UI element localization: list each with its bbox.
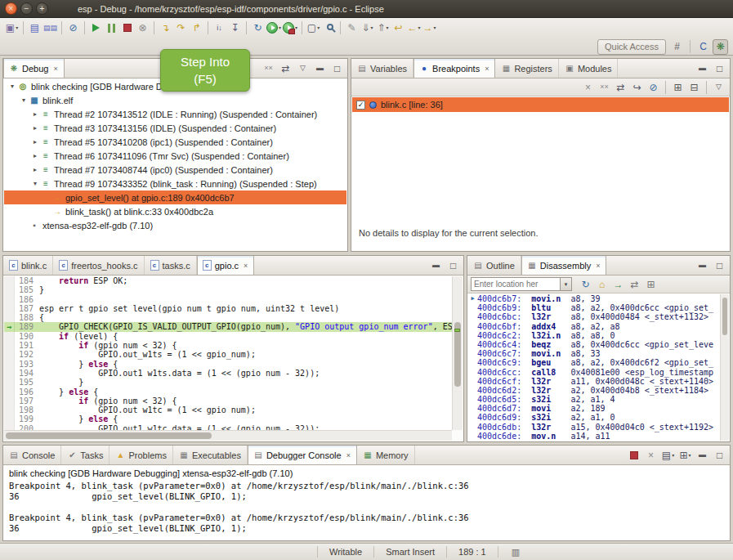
tab-blink-c[interactable]: cblink.c xyxy=(3,256,53,275)
view-menu-icon[interactable]: ▽ xyxy=(295,60,311,76)
tab-console[interactable]: ▤Console xyxy=(3,446,61,464)
tree-expander-icon[interactable]: ▸ xyxy=(30,138,40,146)
tab-debugger-console[interactable]: ▤Debugger Console× xyxy=(248,446,357,464)
tab-modules[interactable]: ▣Modules xyxy=(559,59,619,78)
close-button[interactable]: × xyxy=(5,2,17,15)
debug-tree-item[interactable]: ▪xtensa-esp32-elf-gdb (7.10) xyxy=(4,218,346,232)
editor-vscrollbar[interactable] xyxy=(452,276,463,430)
line-number[interactable]: 191 xyxy=(15,341,39,350)
new-file-icon[interactable]: ▢▾ xyxy=(306,20,321,36)
disassembly-line[interactable]: 400dc6bc: l32r a8, 0x400d0484 <_stext+11… xyxy=(468,312,720,321)
minimize-icon[interactable]: ▬ xyxy=(695,60,710,76)
location-input[interactable] xyxy=(471,277,561,291)
editor-code[interactable]: 184 return ESP_OK;185}186187esp_err_t gp… xyxy=(4,276,452,430)
view-menu-icon[interactable]: ▽ xyxy=(711,79,726,95)
link-source-icon[interactable]: ⇄ xyxy=(627,276,642,292)
tree-expander-icon[interactable]: ▸ xyxy=(30,152,40,159)
remove-all-terminated-icon[interactable]: ×× xyxy=(261,60,276,76)
disassembly-line[interactable]: 400dc6d9: s32i a2, a1, 0 xyxy=(468,413,720,422)
tab-variables[interactable]: ▤Variables xyxy=(351,59,413,78)
tab-freertos-hooks-c[interactable]: cfreertos_hooks.c xyxy=(53,256,144,275)
editor-vscrollbar-thumb[interactable] xyxy=(454,322,461,387)
line-number[interactable]: 192 xyxy=(15,350,39,359)
maximize-icon[interactable]: □ xyxy=(712,60,727,76)
tree-expander-icon[interactable]: ▾ xyxy=(30,180,40,187)
run-icon[interactable]: ▾ xyxy=(266,20,282,36)
disassembly-line[interactable]: 400dc6d5: s32i a2, a1, 4 xyxy=(468,395,720,404)
tree-expander-icon[interactable]: ▸ xyxy=(30,124,40,132)
tab-memory[interactable]: ▦Memory xyxy=(357,446,415,464)
tab-debug[interactable]: ❋Debug× xyxy=(3,59,65,78)
goto-file-icon[interactable]: ↪ xyxy=(629,79,645,95)
resume-icon[interactable] xyxy=(88,20,104,36)
terminate-icon[interactable] xyxy=(626,447,641,463)
save-all-icon[interactable]: ▤▤ xyxy=(42,20,58,36)
suspend-icon[interactable] xyxy=(104,20,119,36)
line-number[interactable]: 200 xyxy=(15,424,39,430)
minimize-button[interactable]: − xyxy=(20,2,33,15)
display-console-icon[interactable]: ▤▾ xyxy=(660,447,676,463)
debug-tree-item[interactable]: ▾▦blink.elf xyxy=(4,93,346,107)
line-number[interactable]: 199 xyxy=(15,414,39,423)
collapse-all-icon[interactable]: ⊟ xyxy=(686,79,702,95)
skip-all-breakpoints-icon[interactable]: ⊘ xyxy=(65,20,81,36)
close-tab-icon[interactable]: × xyxy=(244,262,248,270)
line-number[interactable]: 186 xyxy=(15,295,39,304)
disassembly-vscrollbar[interactable] xyxy=(720,294,729,441)
debug-tree-item[interactable]: ▸≡Thread #6 1073411096 (Tmr Svc) (Suspen… xyxy=(4,149,346,163)
disassembly-line[interactable]: 400dc6db: l32r a15, 0x400d04c0 <_stext+1… xyxy=(468,423,720,432)
maximize-icon[interactable]: □ xyxy=(712,447,727,463)
show-breakpoints-for-icon[interactable]: ⇄ xyxy=(613,79,628,95)
debug-tree-item[interactable]: ▸≡Thread #5 1073410208 (ipc1) (Suspended… xyxy=(4,135,346,149)
step-return-icon[interactable]: ↱ xyxy=(189,20,204,36)
minimize-icon[interactable]: ▬ xyxy=(428,258,444,273)
tree-expander-icon[interactable]: ▾ xyxy=(19,96,29,104)
tab-outline[interactable]: ▤Outline xyxy=(467,256,521,275)
step-into-icon[interactable]: ↴ xyxy=(158,20,173,36)
breakpoint-item[interactable]: ✓blink.c [line: 36] xyxy=(352,97,729,112)
close-tab-icon[interactable]: × xyxy=(346,451,351,459)
debug-tree-item[interactable]: ▸≡Thread #7 1073408744 (ipc0) (Suspended… xyxy=(4,163,346,177)
minimize-icon[interactable]: ▬ xyxy=(695,447,710,463)
close-tab-icon[interactable]: × xyxy=(596,262,600,270)
disassembly-line[interactable]: 400dc6c2: l32i.n a8, a8, 0 xyxy=(468,331,720,340)
disassembly-line[interactable]: 400dc6b9: bltu a8, a2, 0x400dc6cc <gpio_… xyxy=(468,303,720,312)
disassembly-line[interactable]: 400dc6cc: call8 0x40081e00 <esp_log_time… xyxy=(468,368,720,377)
perspective-debug-icon[interactable]: ❋ xyxy=(713,39,728,55)
maximize-button[interactable]: + xyxy=(36,2,48,15)
disassembly-line[interactable]: 400dc6d2: l32r a2, 0x400d04b8 <_stext+11… xyxy=(468,386,720,395)
search-icon[interactable] xyxy=(321,20,337,36)
disassembly-line[interactable]: 400dc6c7: movi.n a8, 33 xyxy=(468,349,720,358)
remove-launch-icon[interactable]: × xyxy=(643,447,659,463)
disassembly-line[interactable]: 400dc6cf: l32r a11, 0x400d048c <_stext+1… xyxy=(468,377,720,386)
tab-registers[interactable]: ▦Registers xyxy=(495,59,558,78)
minimize-icon[interactable]: ▬ xyxy=(695,258,710,273)
remove-breakpoint-icon[interactable]: × xyxy=(580,79,596,95)
line-number[interactable]: 196 xyxy=(15,388,39,396)
line-number[interactable]: 193 xyxy=(15,360,39,369)
expand-all-icon[interactable]: ⊞ xyxy=(670,79,686,95)
line-number[interactable]: 198 xyxy=(15,405,39,414)
refresh-icon[interactable]: ↻ xyxy=(578,276,593,292)
thread-grouping-icon[interactable]: ⇄ xyxy=(278,60,293,76)
close-tab-icon[interactable]: × xyxy=(53,65,57,73)
debug-tree-item[interactable]: →blink_task() at blink.c:33 0x400dbc2a xyxy=(4,204,346,218)
line-number[interactable]: 188 xyxy=(15,313,39,322)
line-number[interactable]: 190 xyxy=(15,332,39,341)
tab-problems[interactable]: ▲Problems xyxy=(110,446,172,464)
close-tab-icon[interactable]: × xyxy=(485,65,489,73)
tab-executables[interactable]: ▦Executables xyxy=(173,446,248,464)
editor-hscrollbar-thumb[interactable] xyxy=(6,432,212,439)
tree-expander-icon[interactable]: ▸ xyxy=(30,110,40,118)
disassembly-vscrollbar-thumb[interactable] xyxy=(722,298,727,335)
breakpoint-checkbox[interactable]: ✓ xyxy=(356,101,365,110)
home-icon[interactable]: ⌂ xyxy=(594,276,610,292)
disassembly-line[interactable]: 400dc6de: mov.n a14, a11 xyxy=(468,432,720,441)
tab-breakpoints[interactable]: ●Breakpoints× xyxy=(413,59,495,78)
terminate-icon[interactable] xyxy=(119,20,135,36)
disconnect-icon[interactable]: ⊗ xyxy=(135,20,150,36)
disassembly-line[interactable]: 400dc6bf: addx4 a8, a2, a8 xyxy=(468,322,720,331)
debug-tree-item[interactable]: ▾≡Thread #9 1073433352 (blink_task : Run… xyxy=(4,177,346,190)
perspective-cpp-icon[interactable]: C xyxy=(695,39,711,55)
options-icon[interactable]: ⊞ xyxy=(643,276,659,292)
